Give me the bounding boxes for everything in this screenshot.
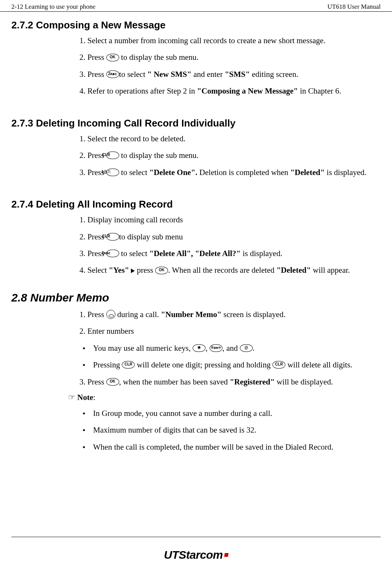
s272-step1: 1. Select a number from incoming call re… — [79, 35, 381, 46]
section-28-body: 1. Press during a call. "Number Memo" sc… — [79, 309, 381, 388]
utstarcom-logo: UTStarcom — [164, 548, 228, 561]
s274-step2: 2. Press CLRto display sub menu — [79, 231, 381, 242]
note-item-2: Maximum number of digits that can be sav… — [79, 424, 381, 436]
heading-28: 2.8 Number Memo — [11, 291, 381, 304]
clr-key-icon: CLR — [122, 361, 135, 369]
header-right: UT618 User Manual — [327, 3, 381, 11]
page-content: 2.7.2 Composing a New Message 1. Select … — [0, 12, 392, 453]
one-key-icon: 1@.!: — [106, 169, 119, 176]
s28-step3: 3. Press OK, when the number has been sa… — [79, 376, 381, 388]
s273-step3: 3. Press 1@.!: to select "Delete One". D… — [79, 167, 381, 178]
circle-key-icon — [106, 310, 115, 319]
at-key-icon: @ — [240, 344, 253, 352]
s272-step3: 3. Press 2ᴀʙᴄto select " New SMS" and en… — [79, 69, 381, 80]
section-273-body: 1. Select the record to be deleted. 2. P… — [79, 133, 381, 178]
page-header: 2-12 Learning to use your phone UT618 Us… — [0, 0, 392, 12]
note-body: In Group mode, you cannot save a number … — [79, 408, 381, 453]
footer-divider — [11, 537, 381, 537]
ok-key-icon: OK — [155, 267, 168, 274]
s28-bullet2: Pressing CLR will delete one digit; pres… — [79, 359, 381, 370]
section-272-body: 1. Select a number from incoming call re… — [79, 35, 381, 97]
s272-step4: 4. Refer to operations after Step 2 in "… — [79, 85, 381, 97]
pointing-hand-icon: ☞ — [68, 393, 77, 402]
heading-274: 2.7.4 Deleting All Incoming Record — [11, 198, 381, 210]
note-header: ☞ Note: — [68, 393, 381, 402]
s272-step2: 2. Press OK to display the sub menu. — [79, 52, 381, 63]
clr-key-icon: CLR — [106, 233, 119, 241]
note-item-3: When the call is completed, the number w… — [79, 441, 381, 453]
s273-step2: 2. Press CLR to display the sub menu. — [79, 150, 381, 161]
s274-step4: 4. Select "Yes" press OK. When all the r… — [79, 264, 381, 276]
clr-key-icon: CLR — [106, 152, 119, 159]
ok-key-icon: OK — [106, 378, 119, 386]
s273-step1: 1. Select the record to be deleted. — [79, 133, 381, 144]
s274-step3: 3. Press 2ᴀʙᴄ to select "Delete All", "D… — [79, 248, 381, 259]
heading-272: 2.7.2 Composing a New Message — [11, 19, 381, 31]
s28-step1: 1. Press during a call. "Number Memo" sc… — [79, 309, 381, 320]
logo-accent-icon — [224, 553, 229, 557]
arrow-right-icon — [131, 269, 135, 273]
s28-bullet1: You may use all numeric keys, ✱, #ɢᴍᴛ, a… — [79, 342, 381, 354]
note-item-1: In Group mode, you cannot save a number … — [79, 408, 381, 419]
ok-key-icon: OK — [106, 54, 119, 61]
two-key-icon: 2ᴀʙᴄ — [106, 250, 119, 257]
star-key-icon: ✱ — [193, 344, 205, 352]
header-left: 2-12 Learning to use your phone — [11, 3, 95, 11]
two-key-icon: 2ᴀʙᴄ — [106, 70, 119, 78]
heading-273: 2.7.3 Deleting Incoming Call Record Indi… — [11, 117, 381, 129]
clr-key-icon: CLR — [272, 361, 285, 369]
s28-step2: 2. Enter numbers — [79, 325, 381, 337]
s274-step1: 1. Display incoming call records — [79, 214, 381, 225]
section-274-body: 1. Display incoming call records 2. Pres… — [79, 214, 381, 276]
hash-key-icon: #ɢᴍᴛ — [210, 344, 222, 352]
